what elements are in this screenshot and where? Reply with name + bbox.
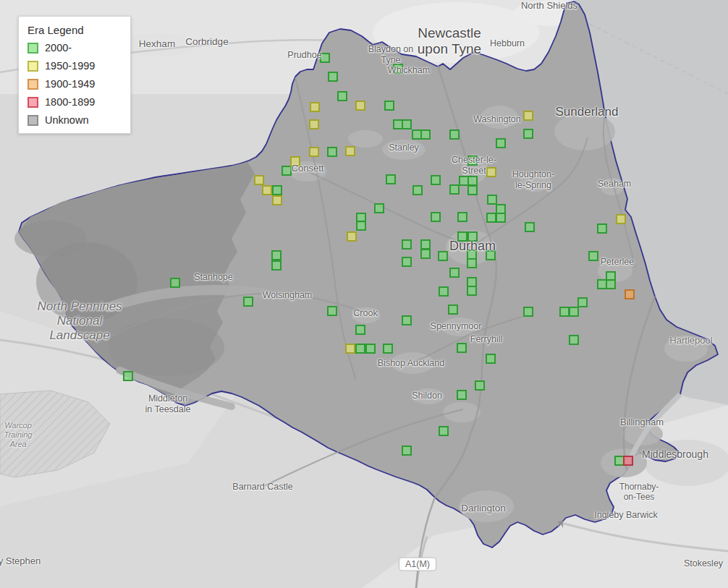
era-marker-2000[interactable] — [402, 239, 412, 250]
era-marker-2000[interactable] — [272, 185, 282, 195]
era-marker-2000[interactable] — [420, 239, 431, 250]
era-marker-2000[interactable] — [486, 250, 496, 260]
era-marker-2000[interactable] — [170, 278, 180, 288]
era-marker-2000[interactable] — [420, 249, 431, 259]
era-marker-2000[interactable] — [327, 147, 337, 157]
legend-item-label: Unknown — [45, 114, 88, 126]
era-marker-2000[interactable] — [271, 260, 282, 270]
era-marker-2000[interactable] — [123, 371, 133, 381]
era-marker-19501999[interactable] — [254, 175, 264, 185]
era-marker-2000[interactable] — [606, 279, 616, 289]
era-marker-2000[interactable] — [467, 176, 478, 186]
era-marker-2000[interactable] — [467, 231, 478, 242]
era-marker-2000[interactable] — [467, 155, 478, 166]
era-marker-2000[interactable] — [449, 184, 460, 195]
legend-item-label: 1900-1949 — [45, 78, 95, 90]
era-marker-2000[interactable] — [457, 212, 467, 222]
road-badge-a1m: A1(M) — [399, 558, 436, 571]
era-marker-2000[interactable] — [356, 221, 366, 231]
era-marker-2000[interactable] — [486, 213, 496, 223]
era-marker-2000[interactable] — [439, 426, 449, 436]
era-marker-2000[interactable] — [355, 344, 365, 354]
legend-item-label: 2000- — [45, 42, 72, 54]
era-marker-2000[interactable] — [328, 72, 338, 82]
era-marker-2000[interactable] — [327, 306, 337, 316]
era-marker-2000[interactable] — [475, 380, 485, 391]
era-marker-2000[interactable] — [271, 250, 282, 260]
era-marker-2000[interactable] — [457, 231, 467, 242]
era-marker-2000[interactable] — [525, 222, 535, 232]
era-marker-2000[interactable] — [402, 315, 412, 325]
era-marker-2000[interactable] — [431, 175, 441, 185]
era-marker-2000[interactable] — [431, 212, 441, 222]
era-marker-2000[interactable] — [402, 446, 412, 456]
legend-swatch-icon — [27, 97, 38, 108]
era-marker-2000[interactable] — [577, 297, 588, 307]
legend-swatch-icon — [27, 79, 38, 90]
era-marker-2000[interactable] — [393, 64, 403, 74]
era-marker-2000[interactable] — [365, 344, 376, 354]
era-marker-2000[interactable] — [457, 390, 467, 400]
era-marker-2000[interactable] — [402, 257, 412, 267]
era-legend: Era Legend 2000-1950-19991900-19491800-1… — [18, 16, 131, 134]
legend-swatch-icon — [27, 61, 38, 72]
era-marker-2000[interactable] — [402, 119, 412, 129]
map-canvas[interactable]: ✈ North ShieldsNewcastleupon TyneHexhamC… — [0, 0, 728, 588]
era-marker-2000[interactable] — [496, 213, 506, 223]
era-marker-2000[interactable] — [439, 286, 449, 297]
legend-item: 2000- — [27, 42, 122, 54]
era-marker-19501999[interactable] — [345, 344, 355, 354]
era-marker-19501999[interactable] — [345, 146, 355, 156]
era-marker-19501999[interactable] — [486, 167, 496, 177]
era-marker-2000[interactable] — [282, 166, 292, 176]
era-marker-2000[interactable] — [486, 354, 496, 364]
era-marker-19501999[interactable] — [309, 119, 319, 129]
era-marker-19501999[interactable] — [290, 156, 300, 166]
era-marker-2000[interactable] — [384, 101, 394, 111]
era-marker-2000[interactable] — [496, 138, 506, 148]
legend-swatch-icon — [27, 115, 38, 126]
era-marker-2000[interactable] — [355, 325, 365, 335]
era-marker-2000[interactable] — [457, 343, 467, 353]
era-marker-2000[interactable] — [523, 129, 533, 139]
era-marker-2000[interactable] — [487, 195, 497, 205]
legend-item: Unknown — [27, 114, 122, 126]
era-marker-2000[interactable] — [386, 174, 396, 184]
era-marker-19501999[interactable] — [262, 185, 272, 195]
era-marker-19501999[interactable] — [616, 214, 626, 224]
era-marker-2000[interactable] — [448, 304, 458, 315]
legend-item-label: 1800-1899 — [45, 96, 95, 108]
legend-item-label: 1950-1999 — [45, 60, 95, 72]
era-marker-2000[interactable] — [588, 251, 598, 261]
legend-title: Era Legend — [27, 24, 122, 36]
legend-swatch-icon — [27, 43, 38, 54]
era-marker-2000[interactable] — [569, 335, 579, 345]
era-marker-2000[interactable] — [523, 307, 533, 317]
era-marker-19501999[interactable] — [523, 111, 533, 121]
era-marker-2000[interactable] — [467, 286, 477, 296]
legend-items: 2000-1950-19991900-19491800-1899Unknown — [27, 42, 122, 126]
era-marker-2000[interactable] — [449, 268, 460, 278]
era-marker-19501999[interactable] — [309, 147, 319, 157]
era-marker-19501999[interactable] — [347, 231, 357, 242]
era-marker-2000[interactable] — [569, 307, 579, 317]
era-marker-2000[interactable] — [559, 307, 570, 317]
era-marker-19001949[interactable] — [625, 289, 635, 299]
era-marker-19501999[interactable] — [272, 195, 282, 205]
era-marker-2000[interactable] — [467, 185, 478, 195]
era-marker-19501999[interactable] — [310, 102, 320, 112]
era-marker-2000[interactable] — [320, 53, 330, 63]
era-marker-2000[interactable] — [383, 344, 393, 354]
era-marker-18001899[interactable] — [623, 456, 633, 466]
legend-item: 1950-1999 — [27, 60, 122, 72]
era-marker-2000[interactable] — [449, 129, 460, 140]
era-marker-19501999[interactable] — [355, 101, 365, 111]
era-marker-2000[interactable] — [243, 297, 253, 307]
era-marker-2000[interactable] — [337, 91, 347, 101]
era-marker-2000[interactable] — [420, 129, 431, 140]
era-marker-2000[interactable] — [597, 223, 607, 234]
era-marker-2000[interactable] — [412, 185, 423, 195]
era-marker-2000[interactable] — [438, 251, 448, 261]
era-marker-2000[interactable] — [374, 203, 384, 213]
era-marker-2000[interactable] — [467, 258, 477, 268]
